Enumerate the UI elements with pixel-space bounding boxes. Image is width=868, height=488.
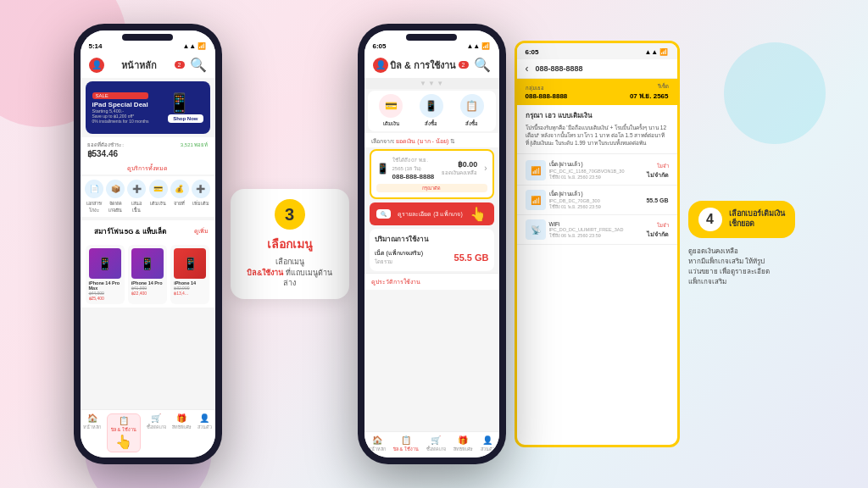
phone2-mockup: 6:05 ▲▲ 📶 👤 บิล & การใช้งาน 2 🔍 ▼ ▼ ▼ 💳 … (358, 24, 506, 464)
phone2-nav-bill[interactable]: 📋 บิล & ใช้งาน (393, 435, 419, 452)
promo-heading: กรุณา เอว แบบเติมเงิน (526, 110, 669, 121)
service-pay[interactable]: 💰 จ่ายที่ (170, 180, 189, 214)
service-topup[interactable]: 💳 เติมเงิน (149, 180, 168, 214)
phone2-nav-priv[interactable]: 🎁 สิทธิพิเศษ (453, 435, 473, 452)
package-icon: 📦 (106, 180, 125, 198)
shop-now-button[interactable]: Shop Now (168, 114, 203, 123)
phone2-notif[interactable]: 2 (459, 61, 469, 69)
phone2-nav-home[interactable]: 🏠 หน้าหลัก (368, 435, 386, 452)
search-icon[interactable]: 🔍 (190, 57, 207, 73)
phone2-nav-priv-label: สิทธิพิเศษ (453, 446, 473, 452)
nav-bill[interactable]: 📋 บิล & ใช้งาน 👆 (107, 413, 141, 452)
service-add-label: เสนอเนื้น (131, 200, 142, 214)
panel-divider-1 (517, 153, 677, 154)
phone2-profile-icon: 👤 (482, 435, 492, 445)
service-add[interactable]: ➕ เสนอเนื้น (127, 180, 146, 214)
phone-name-max: iPhone 14 Pro Max (89, 280, 121, 291)
panel-item-3[interactable]: 📡 WiFi IPC_DO_DC_ULIMIRT_FREE_3AD ใช้ถึง… (517, 215, 677, 245)
service-doc-label: เอกสาร/โกงะ (86, 200, 103, 214)
promo-banner[interactable]: SALE iPad Special Deal Starting 5,400.- … (86, 81, 210, 134)
item2-icon: 📶 (526, 190, 546, 210)
user-avatar[interactable]: 👤 (89, 58, 104, 73)
usage-history-link[interactable]: ดูประวัติการใช้งาน (364, 273, 499, 290)
panel-item-2[interactable]: 📶 เน็ต (ผ่านแล้ว) IPC_DB_DC_70GB_300 ใช้… (517, 186, 677, 215)
step4-title: เลือกเบอร์เติมเงินเช็กยอด (729, 209, 785, 229)
item3-size: ไม่จำกัด (647, 230, 669, 239)
topup-btn-order1[interactable]: 📱 สั่งซื้อ (420, 94, 443, 128)
nav-priv[interactable]: 🎁 สิทธิพิเศษ (172, 413, 192, 452)
phone1-signal-icons: ▲▲ 📶 (182, 42, 206, 50)
phone2-search-icon[interactable]: 🔍 (474, 57, 491, 73)
step4-line4: แพ็กเกจเสริม (688, 278, 726, 286)
item3-name: WiFi (549, 221, 624, 227)
sim-card[interactable]: 📱 ใช้ได้ถึง 07 พ.ย. 2565 (18 วัน) 088-88… (370, 149, 494, 199)
phone2-title: บิล & การใช้งาน (390, 58, 456, 73)
phone-item-14[interactable]: 📱 iPhone 14 ฿32,900 ฿13,4... (170, 245, 209, 304)
phone2-nav-shop[interactable]: 🛒 ซื้อพัคเกจ (426, 435, 446, 452)
service-topup-label: เติมเงิน (150, 200, 166, 207)
banner-right: 📱 Shop Now (168, 92, 203, 123)
sim-phone-icon: 📱 (376, 163, 389, 175)
promo-expand-banner[interactable]: 🔍 ดูรายละเอียด (3 แพ็กเกจ) 👆 (370, 202, 494, 225)
phone2-avatar[interactable]: 👤 (373, 58, 388, 73)
topup-icon: 💳 (149, 180, 168, 198)
nav-bill-label: บิล & ใช้งาน (111, 426, 136, 433)
finger-cursor-2: 👆 (470, 206, 487, 222)
phones-grid: 📱 iPhone 14 Pro Max ฿44,900 ฿25,400 📱 iP… (81, 241, 215, 308)
see-all-services[interactable]: ดูบริการทั้งหมด (81, 162, 215, 175)
step3-bubble: 3 เลือกเมนู เลือกเมนูบิล&ใช้งาน ที่แถบเม… (231, 189, 349, 299)
nav-home[interactable]: 🏠 หน้าหลัก (83, 413, 101, 452)
nav-profile[interactable]: 👤 ส่วนตัว (198, 413, 212, 452)
topup-btn-order2[interactable]: 📋 สั่งซื้อ (460, 94, 484, 128)
item2-size-area: 55.5 GB (646, 197, 668, 203)
item3-status: โมจำ (647, 221, 669, 230)
back-button[interactable]: ‹ (526, 63, 529, 75)
phone2-nav-profile[interactable]: 👤 ส่วนตัว (481, 435, 495, 452)
pay-icon: 💰 (170, 180, 189, 198)
notification-badge[interactable]: 2 (175, 61, 185, 69)
bill-icon: 📋 (119, 416, 129, 425)
item1-icon-label: 📶 เน็ต (ผ่านแล้ว) IPC_DC_IC_1188_70GBVON… (526, 160, 625, 180)
promo-body: โปรนี้รองรับทุกคือ 'มือถือแบบเติมเงิน' +… (526, 124, 669, 147)
doc-icon: 📄 (85, 180, 103, 198)
item3-icon: 📡 (526, 219, 546, 240)
panel-signal-icons: ▲▲ 📶 (644, 48, 668, 56)
usage-amount: 55.5 GB (454, 252, 489, 263)
points-row: ยอดที่ต้องชำระ : ฿534.46 3,521 พอยท์ (81, 137, 215, 162)
sim-expire-date: ใช้ได้ถึง 07 พ.ย. 2565 (18 วัน) (392, 156, 439, 173)
item3-date: ใช้ถึง 06 พ.ย. 2560 23:59 (549, 232, 624, 239)
item1-icon: 📶 (526, 160, 546, 180)
phone2-time: 6:05 (373, 42, 387, 50)
phone1-time: 5:14 (89, 42, 103, 50)
service-more[interactable]: ➕ เพิ่มเติม (192, 180, 210, 214)
item2-name: เน็ต (ผ่านแล้ว) (549, 190, 601, 198)
nav-shop[interactable]: 🛒 ซื้อพัคเกจ (147, 413, 166, 452)
service-doc[interactable]: 📄 เอกสาร/โกงะ (85, 180, 103, 214)
service-package[interactable]: 📦 จัดพัคเกจ/ยิน (106, 180, 125, 214)
topup-btn-deposit[interactable]: 💳 เติมเงิน (379, 94, 403, 128)
see-more-btn[interactable]: ดูเพิ่ม (194, 226, 209, 236)
phone-price-max: ฿25,400 (89, 296, 121, 301)
promo-text: ดูรายละเอียด (3 แพ็กเกจ) (398, 209, 462, 219)
step4-line3: แว่นขยาย เพื่อดูรายละเอียด (688, 268, 770, 275)
item1-size-area: โมจำ ไม่จำกัด (647, 162, 669, 180)
order1-icon: 📱 (420, 94, 443, 118)
phone-item-max[interactable]: 📱 iPhone 14 Pro Max ฿44,900 ฿25,400 (86, 245, 125, 304)
phone-item-pro[interactable]: 📱 iPhone 14 Pro ฿41,900 ฿22,400 (128, 245, 167, 304)
item3-details: WiFi IPC_DO_DC_ULIMIRT_FREE_3AD ใช้ถึง 0… (549, 221, 624, 239)
phone2-nav-shop-label: ซื้อพัคเกจ (426, 446, 446, 452)
phone1-bottom-nav: 🏠 หน้าหลัก 📋 บิล & ใช้งาน 👆 🛒 ซื้อพัคเกจ… (81, 409, 215, 458)
panel-item-1[interactable]: 📶 เน็ต (ผ่านแล้ว) IPC_DC_IC_1188_70GBVON… (517, 156, 677, 186)
phone2-nav-home-label: หน้าหลัก (368, 446, 386, 452)
phone1-title: หน้าหลัก (121, 58, 157, 73)
step3-number: 3 (275, 199, 305, 230)
item1-date: ใช้ถึง 01 พ.ย. 2560 23:59 (549, 174, 625, 180)
services-row: 📄 เอกสาร/โกงะ 📦 จัดพัคเกจ/ยิน ➕ เสนอเนื้… (81, 176, 215, 217)
item2-icon-label: 📶 เน็ต (ผ่านแล้ว) IPC_DB_DC_70GB_300 ใช้… (526, 190, 601, 210)
item3-size-area: โมจำ ไม่จำกัด (647, 221, 669, 239)
sim-remaining: ยอดเงินคงเหลือ (442, 169, 477, 177)
item2-details: เน็ต (ผ่านแล้ว) IPC_DB_DC_70GB_300 ใช้ถึ… (549, 190, 601, 210)
promo-search-icon: 🔍 (376, 209, 391, 219)
usage-row: เน็ต (แพ็กเกจเสริม) โดยรวม 55.5 GB (375, 248, 489, 266)
step3-title: เลือกเมนู (244, 235, 336, 253)
